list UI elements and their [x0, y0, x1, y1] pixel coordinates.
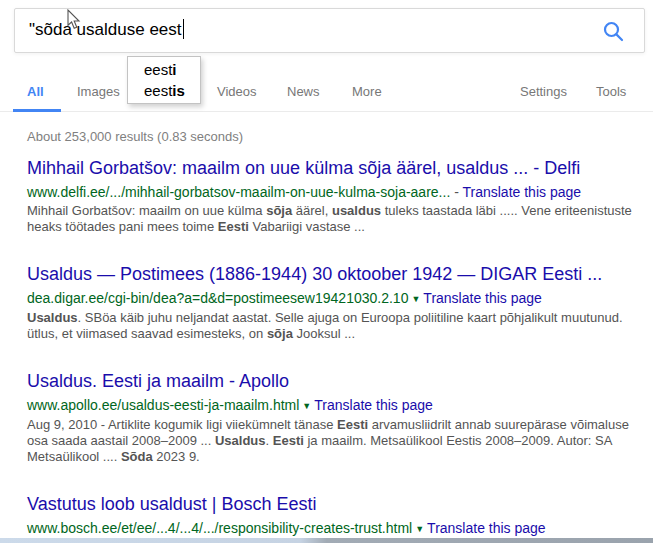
result-title-link[interactable]: Usaldus — Postimees (1886-1944) 30 oktoo… — [27, 264, 653, 284]
result-stats: About 253,000 results (0.83 seconds) — [27, 129, 243, 144]
result-url: www.bosch.ee/et/ee/...4/...4/.../respons… — [27, 520, 412, 536]
result-url-line: www.apollo.ee/usaldus-eesti-ja-maailm.ht… — [27, 397, 653, 414]
text-caret — [183, 19, 184, 39]
suggestion-typed-part: eest — [144, 61, 172, 78]
result-title-link[interactable]: Usaldus. Eesti ja maailm - Apollo — [27, 371, 653, 391]
translate-link[interactable]: Translate this page — [462, 184, 581, 200]
translate-link[interactable]: Translate this page — [423, 290, 542, 306]
suggestion-completion-part: i — [172, 61, 176, 78]
search-result: Mihhail Gorbatšov: maailm on uue külma s… — [27, 158, 653, 235]
suggestion-typed-part: eest — [144, 82, 172, 99]
url-separator: - — [454, 184, 459, 200]
tab-all[interactable]: All — [27, 84, 44, 99]
translate-link[interactable]: Translate this page — [314, 397, 433, 413]
result-title-link[interactable]: Mihhail Gorbatšov: maailm on uue külma s… — [27, 158, 653, 178]
search-result: Vastutus loob usaldust | Bosch Eesti www… — [27, 494, 653, 543]
active-tab-underline — [13, 109, 61, 112]
result-url: www.delfi.ee/.../mihhail-gorbatsov-maail… — [27, 184, 450, 200]
result-dropdown-arrow-icon[interactable]: ▼ — [411, 294, 420, 304]
tab-videos[interactable]: Videos — [217, 84, 257, 99]
tab-news[interactable]: News — [287, 84, 320, 99]
result-dropdown-arrow-icon[interactable]: ▼ — [415, 524, 424, 534]
results-tabbar: All Images Videos News More Settings Too… — [0, 74, 653, 112]
translate-link[interactable]: Translate this page — [427, 520, 546, 536]
autocomplete-suggestion[interactable]: eestis — [128, 80, 200, 101]
suggestion-completion-part: is — [172, 82, 185, 99]
tab-more[interactable]: More — [352, 84, 382, 99]
search-icon[interactable] — [603, 21, 624, 46]
result-snippet: Usaldus. SBöa käib juhu neljandat aastat… — [27, 310, 653, 342]
result-url: dea.digar.ee/cgi-bin/dea?a=d&d=postimees… — [27, 290, 408, 306]
tab-images[interactable]: Images — [77, 84, 120, 99]
search-result: Usaldus. Eesti ja maailm - Apollo www.ap… — [27, 371, 653, 465]
tab-tools[interactable]: Tools — [596, 84, 626, 99]
result-title-link[interactable]: Vastutus loob usaldust | Bosch Eesti — [27, 494, 653, 514]
results-list: Mihhail Gorbatšov: maailm on uue külma s… — [27, 158, 653, 543]
search-box[interactable]: "sõda usalduse eest — [14, 8, 645, 53]
result-snippet: Mihhail Gorbatšov: maailm on uue külma s… — [27, 203, 653, 235]
search-input[interactable]: "sõda usalduse eest — [29, 19, 184, 40]
search-query-text: "sõda usalduse eest — [29, 20, 182, 39]
search-result: Usaldus — Postimees (1886-1944) 30 oktoo… — [27, 264, 653, 342]
result-url-line: www.bosch.ee/et/ee/...4/...4/.../respons… — [27, 520, 653, 537]
autocomplete-suggestion[interactable]: eesti — [128, 59, 200, 80]
horizontal-scrollbar[interactable] — [0, 538, 653, 543]
result-url: www.apollo.ee/usaldus-eesti-ja-maailm.ht… — [27, 397, 299, 413]
result-dropdown-arrow-icon[interactable]: ▼ — [302, 401, 311, 411]
mouse-cursor-icon — [67, 9, 81, 34]
tab-settings[interactable]: Settings — [520, 84, 567, 99]
result-url-line: dea.digar.ee/cgi-bin/dea?a=d&d=postimees… — [27, 290, 653, 307]
autocomplete-dropdown: eesti eestis — [127, 56, 201, 104]
result-snippet: Aug 9, 2010 - Artiklite kogumik ligi vii… — [27, 417, 653, 465]
result-url-line: www.delfi.ee/.../mihhail-gorbatsov-maail… — [27, 184, 653, 200]
